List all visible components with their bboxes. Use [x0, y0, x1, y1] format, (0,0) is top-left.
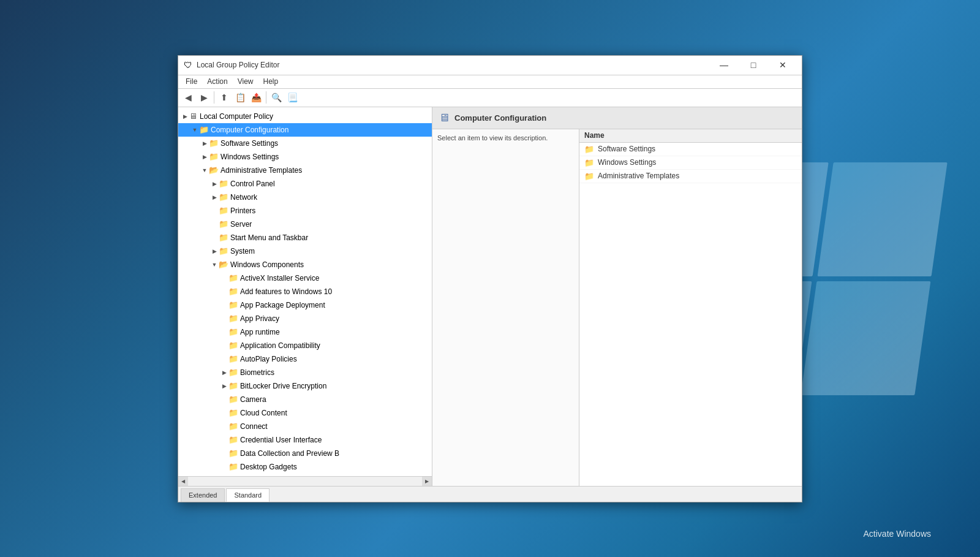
items-label-software-settings: Software Settings	[598, 145, 655, 153]
show-hide-button[interactable]: 📋	[233, 90, 247, 105]
tree-item-add-features[interactable]: 📁 Add features to Windows 10	[178, 285, 432, 298]
label-add-features: Add features to Windows 10	[240, 287, 332, 296]
folder-icon-printers: 📁	[219, 206, 228, 215]
folder-icon-cloud-content: 📁	[228, 408, 238, 417]
items-row-software-settings[interactable]: 📁 Software Settings	[579, 143, 802, 156]
minimize-button[interactable]: —	[710, 56, 738, 74]
folder-icon-server: 📁	[219, 219, 228, 229]
items-row-windows-settings[interactable]: 📁 Windows Settings	[579, 156, 802, 170]
label-admin-templates: Administrative Templates	[221, 166, 302, 175]
tree-item-desktop-gadgets[interactable]: 📁 Desktop Gadgets	[178, 460, 432, 474]
tree-item-start-menu[interactable]: 📁 Start Menu and Taskbar	[178, 231, 432, 244]
label-server: Server	[230, 220, 252, 229]
folder-icon-app-runtime: 📁	[228, 327, 238, 336]
h-scroll-track[interactable]	[188, 477, 422, 486]
horizontal-scrollbar[interactable]: ◀ ▶	[178, 476, 432, 486]
tree-item-biometrics[interactable]: ▶ 📁 Biometrics	[178, 366, 432, 379]
expander-computer-config[interactable]: ▼	[190, 126, 199, 134]
tab-extended[interactable]: Extended	[181, 488, 225, 502]
tree-item-cloud-content[interactable]: 📁 Cloud Content	[178, 406, 432, 420]
tree-item-windows-settings[interactable]: ▶ 📁 Windows Settings	[178, 150, 432, 164]
items-panel: Name 📁 Software Settings 📁 Windows Setti…	[579, 129, 802, 486]
label-desktop-gadgets: Desktop Gadgets	[240, 463, 297, 471]
toolbar-separator-2	[266, 91, 266, 104]
expander-local-policy[interactable]: ▶	[181, 112, 189, 121]
title-bar: 🛡 Local Group Policy Editor — □ ✕	[178, 56, 802, 75]
label-computer-config: Computer Configuration	[211, 126, 288, 134]
tree-item-control-panel[interactable]: ▶ 📁 Control Panel	[178, 177, 432, 191]
menu-view[interactable]: View	[233, 76, 258, 87]
tree-view[interactable]: ▶ 🖥 Local Computer Policy ▼ 📁 Computer C…	[178, 107, 432, 476]
right-panel-title: Computer Configuration	[454, 113, 546, 123]
folder-icon-network: 📁	[219, 192, 228, 202]
close-button[interactable]: ✕	[769, 56, 797, 74]
folder-icon-biometrics: 📁	[228, 368, 238, 377]
tree-item-bitlocker[interactable]: ▶ 📁 BitLocker Drive Encryption	[178, 379, 432, 393]
tree-item-printers[interactable]: 📁 Printers	[178, 204, 432, 218]
menu-file[interactable]: File	[181, 76, 202, 87]
tree-item-computer-config[interactable]: ▼ 📁 Computer Configuration	[178, 123, 432, 137]
expander-biometrics[interactable]: ▶	[220, 368, 228, 377]
expander-system[interactable]: ▶	[210, 247, 219, 256]
label-windows-settings: Windows Settings	[221, 153, 279, 161]
expander-windows-settings[interactable]: ▶	[200, 153, 209, 161]
tree-item-app-package[interactable]: 📁 App Package Deployment	[178, 298, 432, 312]
right-panel: 🖥 Computer Configuration Select an item …	[432, 107, 802, 486]
tree-item-admin-templates[interactable]: ▼ 📂 Administrative Templates	[178, 164, 432, 177]
folder-icon-start-menu: 📁	[219, 233, 228, 242]
tree-item-data-collection[interactable]: 📁 Data Collection and Preview B	[178, 447, 432, 460]
tab-standard[interactable]: Standard	[226, 488, 270, 502]
tree-item-connect[interactable]: 📁 Connect	[178, 420, 432, 433]
expander-control-panel[interactable]: ▶	[210, 180, 219, 188]
folder-icon-system: 📁	[219, 246, 228, 256]
maximize-button[interactable]: □	[739, 56, 767, 74]
h-scroll-right-button[interactable]: ▶	[422, 477, 432, 486]
label-cloud-content: Cloud Content	[240, 409, 287, 417]
back-button[interactable]: ◀	[181, 90, 195, 105]
activate-windows-text: Activate Windows	[864, 529, 931, 539]
help-button[interactable]: 🔍	[269, 90, 284, 105]
menu-help[interactable]: Help	[258, 76, 284, 87]
tree-item-local-policy[interactable]: ▶ 🖥 Local Computer Policy	[178, 110, 432, 123]
tree-item-network[interactable]: ▶ 📁 Network	[178, 191, 432, 204]
items-panel-header: Name	[579, 129, 802, 143]
tree-item-system[interactable]: ▶ 📁 System	[178, 244, 432, 258]
tree-item-credential-ui[interactable]: 📁 Credential User Interface	[178, 433, 432, 447]
label-connect: Connect	[240, 422, 268, 431]
export-button[interactable]: 📤	[249, 90, 263, 105]
tree-item-app-runtime[interactable]: 📁 App runtime	[178, 325, 432, 339]
pc-icon: 🖥	[189, 112, 197, 121]
tree-item-autoplay[interactable]: 📁 AutoPlay Policies	[178, 352, 432, 366]
label-network: Network	[230, 193, 257, 202]
h-scroll-left-button[interactable]: ◀	[178, 477, 188, 486]
label-app-package: App Package Deployment	[240, 301, 325, 309]
tree-item-desktop-window[interactable]: 📁 Desktop Window Manager	[178, 474, 432, 476]
properties-button[interactable]: 📃	[285, 90, 300, 105]
tree-item-server[interactable]: 📁 Server	[178, 218, 432, 231]
expander-network[interactable]: ▶	[210, 193, 219, 202]
folder-icon-activex: 📁	[228, 273, 238, 282]
folder-icon-admin-templates: 📂	[209, 165, 219, 175]
folder-icon-windows-components: 📂	[219, 260, 228, 269]
tree-item-activex[interactable]: 📁 ActiveX Installer Service	[178, 271, 432, 285]
tree-item-app-privacy[interactable]: 📁 App Privacy	[178, 312, 432, 325]
left-panel: ▶ 🖥 Local Computer Policy ▼ 📁 Computer C…	[178, 107, 432, 486]
tree-item-camera[interactable]: 📁 Camera	[178, 393, 432, 406]
expander-software-settings[interactable]: ▶	[200, 139, 209, 148]
items-folder-icon-windows: 📁	[584, 158, 594, 167]
expander-windows-components[interactable]: ▼	[210, 260, 219, 269]
expander-bitlocker[interactable]: ▶	[220, 382, 228, 390]
content-area: ▶ 🖥 Local Computer Policy ▼ 📁 Computer C…	[178, 107, 802, 486]
folder-icon-computer-config: 📁	[199, 125, 209, 134]
items-row-admin-templates[interactable]: 📁 Administrative Templates	[579, 170, 802, 183]
menu-action[interactable]: Action	[202, 76, 232, 87]
expander-admin-templates[interactable]: ▼	[200, 166, 209, 175]
label-start-menu: Start Menu and Taskbar	[230, 233, 308, 242]
folder-icon-bitlocker: 📁	[228, 381, 238, 390]
tree-item-software-settings[interactable]: ▶ 📁 Software Settings	[178, 137, 432, 150]
forward-button[interactable]: ▶	[197, 90, 211, 105]
tree-item-windows-components[interactable]: ▼ 📂 Windows Components	[178, 258, 432, 271]
label-app-privacy: App Privacy	[240, 314, 279, 323]
up-button[interactable]: ⬆	[217, 90, 232, 105]
tree-item-app-compat[interactable]: 📁 Application Compatibility	[178, 339, 432, 352]
